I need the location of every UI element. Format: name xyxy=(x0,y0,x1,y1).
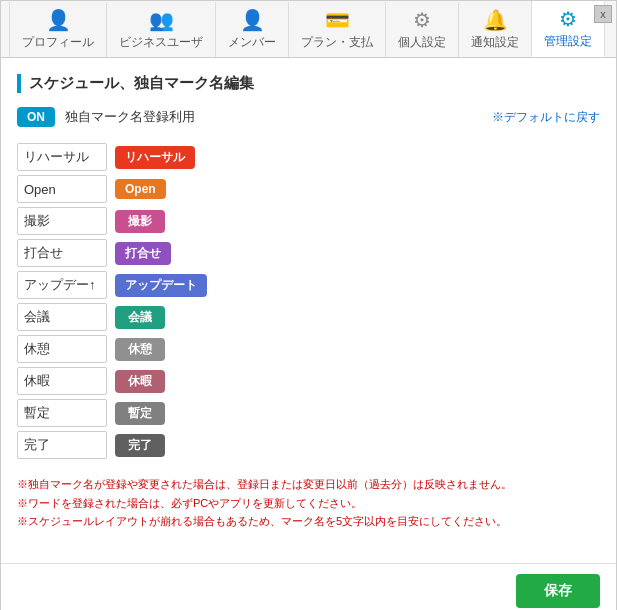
business-icon: 👥 xyxy=(149,8,174,32)
nav-item-member[interactable]: 👤 メンバー xyxy=(215,2,289,57)
nav-item-notification[interactable]: 🔔 通知設定 xyxy=(458,2,532,57)
admin-icon: ⚙ xyxy=(559,7,577,31)
nav-label-business: ビジネスユーザ xyxy=(119,34,203,51)
app-window: 👤 プロフィール 👥 ビジネスユーザ 👤 メンバー 💳 プラン・支払 ⚙ 個人設… xyxy=(0,0,617,610)
mark-row: リハーサル xyxy=(17,143,600,171)
toggle-label: 独自マーク名登録利用 xyxy=(65,108,195,126)
mark-input-1[interactable] xyxy=(17,175,107,203)
toggle-row: ON 独自マーク名登録利用 ※デフォルトに戻す xyxy=(17,107,600,127)
profile-icon: 👤 xyxy=(46,8,71,32)
nav-item-personal[interactable]: ⚙ 個人設定 xyxy=(385,2,459,57)
marks-container: リハーサルOpen撮影打合せアップデート会議休憩休暇暫定完了 xyxy=(17,143,600,459)
nav-label-member: メンバー xyxy=(228,34,276,51)
mark-badge-2: 撮影 xyxy=(115,210,165,233)
mark-input-5[interactable] xyxy=(17,303,107,331)
plan-icon: 💳 xyxy=(325,8,350,32)
page-title: スケジュール、独自マーク名編集 xyxy=(17,74,600,93)
close-button[interactable]: x xyxy=(594,5,612,23)
save-button[interactable]: 保存 xyxy=(516,574,600,608)
mark-row: 暫定 xyxy=(17,399,600,427)
personal-icon: ⚙ xyxy=(413,8,431,32)
mark-row: 休憩 xyxy=(17,335,600,363)
mark-badge-0: リハーサル xyxy=(115,146,195,169)
mark-row: Open xyxy=(17,175,600,203)
toggle-row-left: ON 独自マーク名登録利用 xyxy=(17,107,195,127)
mark-badge-6: 休憩 xyxy=(115,338,165,361)
mark-input-4[interactable] xyxy=(17,271,107,299)
toggle-button[interactable]: ON xyxy=(17,107,55,127)
footer: 保存 xyxy=(1,563,616,610)
mark-input-3[interactable] xyxy=(17,239,107,267)
member-icon: 👤 xyxy=(240,8,265,32)
note-line-2: ※スケジュールレイアウトが崩れる場合もあるため、マーク名を5文字以内を目安にして… xyxy=(17,512,600,531)
mark-input-2[interactable] xyxy=(17,207,107,235)
nav-bar: 👤 プロフィール 👥 ビジネスユーザ 👤 メンバー 💳 プラン・支払 ⚙ 個人設… xyxy=(1,1,616,58)
notification-icon: 🔔 xyxy=(483,8,508,32)
mark-row: アップデート xyxy=(17,271,600,299)
notes-section: ※独自マーク名が登録や変更された場合は、登録日または変更日以前（過去分）は反映さ… xyxy=(17,475,600,531)
mark-badge-9: 完了 xyxy=(115,434,165,457)
nav-label-admin: 管理設定 xyxy=(544,33,592,50)
nav-label-notification: 通知設定 xyxy=(471,34,519,51)
mark-input-6[interactable] xyxy=(17,335,107,363)
mark-input-8[interactable] xyxy=(17,399,107,427)
mark-badge-1: Open xyxy=(115,179,166,199)
mark-badge-7: 休暇 xyxy=(115,370,165,393)
mark-badge-3: 打合せ xyxy=(115,242,171,265)
nav-label-plan: プラン・支払 xyxy=(301,34,373,51)
nav-item-profile[interactable]: 👤 プロフィール xyxy=(9,2,107,57)
nav-label-personal: 個人設定 xyxy=(398,34,446,51)
nav-label-profile: プロフィール xyxy=(22,34,94,51)
mark-row: 打合せ xyxy=(17,239,600,267)
mark-input-0[interactable] xyxy=(17,143,107,171)
mark-row: 休暇 xyxy=(17,367,600,395)
nav-item-plan[interactable]: 💳 プラン・支払 xyxy=(288,2,386,57)
nav-item-business[interactable]: 👥 ビジネスユーザ xyxy=(106,2,216,57)
note-line-1: ※ワードを登録された場合は、必ずPCやアプリを更新してください。 xyxy=(17,494,600,513)
mark-input-7[interactable] xyxy=(17,367,107,395)
mark-badge-5: 会議 xyxy=(115,306,165,329)
mark-badge-8: 暫定 xyxy=(115,402,165,425)
mark-row: 撮影 xyxy=(17,207,600,235)
page-content: スケジュール、独自マーク名編集 ON 独自マーク名登録利用 ※デフォルトに戻す … xyxy=(1,58,616,563)
mark-badge-4: アップデート xyxy=(115,274,207,297)
mark-input-9[interactable] xyxy=(17,431,107,459)
mark-row: 会議 xyxy=(17,303,600,331)
default-link[interactable]: ※デフォルトに戻す xyxy=(492,109,600,126)
note-line-0: ※独自マーク名が登録や変更された場合は、登録日または変更日以前（過去分）は反映さ… xyxy=(17,475,600,494)
mark-row: 完了 xyxy=(17,431,600,459)
